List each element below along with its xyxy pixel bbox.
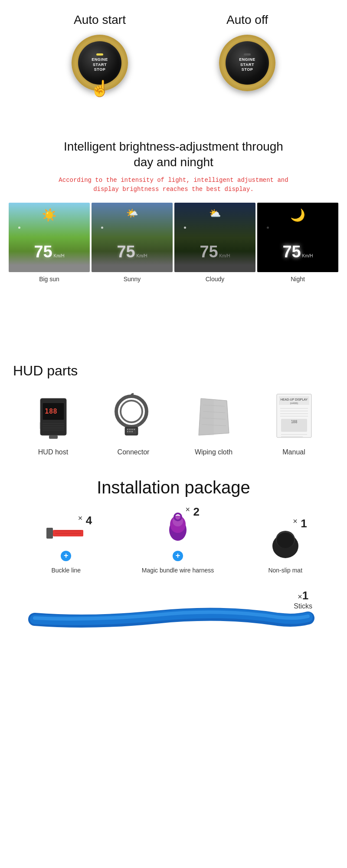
installation-items: 4 × + Buckle line 2 × <box>9 510 338 574</box>
hud-host-svg: 188 <box>34 394 73 442</box>
svg-text:188: 188 <box>291 420 297 424</box>
dot-sunny <box>101 227 103 229</box>
hud-part-host: 188 HUD host <box>27 392 79 456</box>
svg-point-11 <box>121 401 142 422</box>
install-item-mat: 1 × Non-slip mat <box>268 522 303 574</box>
wire-img-area: 2 × <box>160 510 195 545</box>
buckle-x: × <box>78 514 83 523</box>
installation-title: Installation package <box>9 478 338 497</box>
auto-off-button-ring: ENGINESTARTSTOP <box>219 35 275 91</box>
buckle-quantity: 4 <box>86 514 92 527</box>
speed-sunny: 75 Km/H <box>92 243 173 261</box>
mat-label: Non-slip mat <box>268 567 302 574</box>
brightness-image-bigsun: ☀️ 75 Km/H <box>9 203 90 272</box>
svg-rect-16 <box>131 429 133 430</box>
wire-quantity: 2 <box>193 505 200 519</box>
auto-start-indicator <box>96 53 103 56</box>
connector-label: Connector <box>118 448 150 456</box>
manual-image: HEAD-UP DISPLAY (H400) 188 <box>268 392 320 444</box>
dot-night <box>267 227 269 229</box>
svg-rect-19 <box>129 431 131 432</box>
wire-x: × <box>185 505 190 514</box>
weather-label-bigsun: Big sun <box>9 276 90 283</box>
sticks-svg <box>26 587 321 630</box>
sticks-section: ×1 Sticks <box>9 582 338 643</box>
auto-start-label: Auto start <box>74 13 126 27</box>
sticks-qty-area: ×1 Sticks <box>294 589 312 610</box>
brightness-subtitle: According to the intensity of light, int… <box>9 176 338 194</box>
weather-labels: Big sun Sunny Cloudy Night <box>9 276 338 283</box>
brightness-images: ☀️ 75 Km/H 🌤️ 75 Km/H ⛅ 75 Km/H 🌙 <box>9 203 338 272</box>
brightness-title: Intelligent brightness-adjustment throug… <box>9 139 338 171</box>
hud-parts-list: 188 HUD host <box>9 392 338 456</box>
speed-night: 75 Km/H <box>257 243 338 261</box>
sun-icon-cloudy: ⛅ <box>209 208 221 219</box>
cloth-svg <box>192 394 236 442</box>
cloth-label: Wiping cloth <box>195 448 232 456</box>
auto-off-button-text: ENGINESTARTSTOP <box>239 57 255 72</box>
manual-label: Manual <box>282 448 305 456</box>
connector-svg <box>112 392 155 444</box>
weather-label-sunny: Sunny <box>92 276 173 283</box>
dot-cloudy <box>184 227 186 229</box>
svg-text:(H400): (H400) <box>290 402 298 404</box>
auto-off-item: Auto off ENGINESTARTSTOP <box>219 13 275 91</box>
svg-text:HEAD-UP DISPLAY: HEAD-UP DISPLAY <box>280 398 308 401</box>
mat-quantity: 1 <box>301 517 307 530</box>
hud-host-label: HUD host <box>38 448 68 456</box>
brightness-section: Intelligent brightness-adjustment throug… <box>0 126 347 289</box>
hud-part-cloth: Wiping cloth <box>188 392 240 456</box>
auto-off-button-inner: ENGINESTARTSTOP <box>226 41 269 85</box>
hud-part-manual: HEAD-UP DISPLAY (H400) 188 Manual <box>268 392 320 456</box>
install-item-buckle: 4 × + Buckle line <box>44 519 88 574</box>
sticks-x: × <box>298 592 302 601</box>
brightness-image-night: 🌙 75 Km/H <box>257 203 338 272</box>
sun-icon-bigsun: ☀️ <box>42 208 57 222</box>
sticks-label: Sticks <box>294 602 312 610</box>
svg-rect-40 <box>46 528 53 539</box>
mat-x: × <box>293 517 298 526</box>
auto-section: Auto start ENGINESTARTSTOP ☝ Auto off EN… <box>0 0 347 100</box>
cloth-image <box>188 392 240 444</box>
svg-rect-17 <box>134 429 135 430</box>
buckle-svg <box>44 519 88 545</box>
auto-start-button-inner: ENGINESTARTSTOP <box>78 41 121 85</box>
wire-label: Magic bundle wire harness <box>142 567 214 574</box>
speed-cloudy: 75 Km/H <box>174 243 255 261</box>
buckle-plus-icon: + <box>61 551 71 561</box>
mat-svg <box>268 522 303 561</box>
moon-icon-night: 🌙 <box>290 208 305 222</box>
mat-img-area: 1 × <box>268 522 303 561</box>
connector-image <box>108 392 160 444</box>
hud-host-image: 188 <box>27 392 79 444</box>
svg-marker-26 <box>199 398 214 435</box>
finger-icon: ☝ <box>90 79 110 98</box>
sun-icon-sunny: 🌤️ <box>126 208 138 219</box>
manual-svg: HEAD-UP DISPLAY (H400) 188 <box>272 392 316 444</box>
wire-plus-icon: + <box>173 551 183 561</box>
svg-point-50 <box>277 533 294 548</box>
auto-off-indicator <box>244 53 251 56</box>
dot-bigsun <box>18 227 20 229</box>
svg-text:188: 188 <box>45 407 57 415</box>
brightness-image-sunny: 🌤️ 75 Km/H <box>92 203 173 272</box>
wire-svg <box>160 510 195 545</box>
installation-section: Installation package 4 × + Buckle line <box>0 469 347 656</box>
svg-rect-18 <box>127 431 128 432</box>
hud-part-connector: Connector <box>108 392 160 456</box>
buckle-img-area: 4 × <box>44 519 88 545</box>
buckle-label: Buckle line <box>51 567 81 574</box>
svg-rect-20 <box>131 431 133 432</box>
sticks-quantity: 1 <box>302 589 308 602</box>
svg-rect-14 <box>127 429 128 430</box>
hud-section: HUD parts 188 <box>0 341 347 469</box>
weather-label-night: Night <box>257 276 338 283</box>
auto-start-item: Auto start ENGINESTARTSTOP ☝ <box>72 13 128 91</box>
auto-off-label: Auto off <box>226 13 268 27</box>
auto-start-button-text: ENGINESTARTSTOP <box>92 57 108 72</box>
svg-rect-15 <box>129 429 131 430</box>
speed-bigsun: 75 Km/H <box>9 243 90 261</box>
weather-label-cloudy: Cloudy <box>174 276 255 283</box>
svg-rect-3 <box>49 435 58 439</box>
brightness-image-cloudy: ⛅ 75 Km/H <box>174 203 255 272</box>
